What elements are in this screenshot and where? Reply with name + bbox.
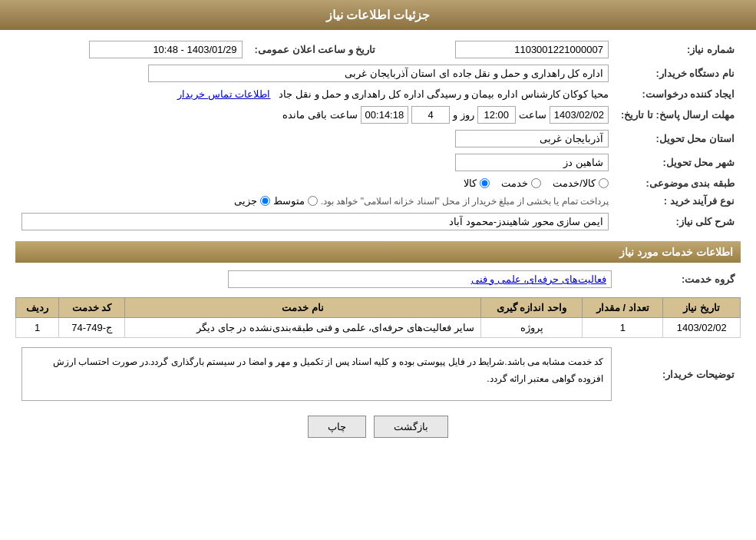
col-count: تعداد / مقدار <box>583 298 663 318</box>
tabaghe-label: طبقه بندی موضوعی: <box>615 174 741 192</box>
mohlat-time-label: ساعت <box>519 109 546 121</box>
shahr-box: شاهین دز <box>455 154 609 171</box>
noeFarayand-label: نوع فرآیند خرید : <box>615 192 741 210</box>
bazgasht-button[interactable]: بازگشت <box>374 416 448 438</box>
farayand-text: پرداخت تمام یا بخشی از مبلغ خریدار از مح… <box>321 196 609 207</box>
cell-unit: پروژه <box>480 318 583 338</box>
cell-count: 1 <box>583 318 663 338</box>
tabaghe-radio-group: کالا/خدمت خدمت کالا <box>21 177 609 189</box>
noeFarayand-row: پرداخت تمام یا بخشی از مبلغ خریدار از مح… <box>15 192 615 210</box>
radio-motavasset-item: متوسط <box>273 195 318 207</box>
radio-jozii[interactable] <box>260 196 270 206</box>
table-row: 1403/02/02 1 پروژه سایر فعالیت‌های حرفه‌… <box>16 318 741 338</box>
tarikh-box: 1403/01/29 - 10:48 <box>89 41 243 58</box>
toozihat-box: کد خدمت مشابه می باشد.شرایط در فایل پیوس… <box>21 347 612 401</box>
col-code: کد خدمت <box>59 298 125 318</box>
tarikh-value: 1403/01/29 - 10:48 <box>15 38 249 61</box>
col-name: نام خدمت <box>124 298 480 318</box>
radio-khedmat[interactable] <box>531 178 541 188</box>
mohlat-row: 1403/02/02 ساعت 12:00 روز و 4 00:14:18 <box>15 103 615 127</box>
toozihat-table: توضیحات خریدار: کد خدمت مشابه می باشد.شر… <box>15 344 741 404</box>
mohlat-baghimande-box: 00:14:18 <box>361 106 409 124</box>
shomareNiaz-box: 1103001221000007 <box>455 41 609 58</box>
sharh-value: ایمن سازی محور شاهیندز-محمود آباد <box>15 210 615 234</box>
mohlat-roz-label: روز و <box>453 109 474 121</box>
sharh-box: ایمن سازی محور شاهیندز-محمود آباد <box>21 213 609 230</box>
mohlat-baghimande-label: ساعت باقی مانده <box>282 109 357 121</box>
ostan-value: آذربایجان غربی <box>381 127 615 151</box>
ijaadKoonande-value: محیا کوکان کارشناس اداره بیمان و رسیدگی … <box>15 85 615 103</box>
shomareNiaz-value: 1103001221000007 <box>381 38 615 61</box>
cell-radif: 1 <box>16 318 59 338</box>
mohlat-time-box: 12:00 <box>477 106 516 124</box>
ijaadKoonande-text: محیا کوکان کارشناس اداره بیمان و رسیدگی … <box>279 88 609 100</box>
sharh-label: شرح کلی نیاز: <box>615 210 741 234</box>
col-date: تاریخ نیاز <box>663 298 741 318</box>
radio-jozii-item: جزیی <box>234 195 270 207</box>
col-radif: ردیف <box>16 298 59 318</box>
tarikh-label: تاریخ و ساعت اعلان عمومی: <box>249 38 382 61</box>
namDastgah-box: اداره کل راهداری و حمل و نقل جاده ای است… <box>148 65 609 82</box>
mohlat-roz-box: 4 <box>411 106 450 124</box>
shahr-label: شهر محل تحویل: <box>615 151 741 174</box>
shomareNiaz-label: شماره نیاز: <box>615 38 741 61</box>
radio-kala-item: کالا <box>464 177 490 189</box>
page-title: جزئیات اطلاعات نیاز <box>326 8 431 22</box>
groheKhedmat-value: فعالیت‌های حرفه‌ای، علمی و فنی <box>15 267 618 291</box>
cell-date: 1403/02/02 <box>663 318 741 338</box>
info-table: شماره نیاز: 1103001221000007 تاریخ و ساع… <box>15 38 741 234</box>
groheKhedmat-box: فعالیت‌های حرفه‌ای، علمی و فنی <box>228 270 612 288</box>
toozihat-label: توضیحات خریدار: <box>618 344 741 404</box>
ijaadKoonande-label: ایجاد کننده درخواست: <box>615 85 741 103</box>
radio-kala-khedmat-item: کالا/خدمت <box>553 177 609 189</box>
mohlat-date-box: 1403/02/02 <box>550 106 609 124</box>
col-unit: واحد اندازه گیری <box>480 298 583 318</box>
mohlat-flex: 1403/02/02 ساعت 12:00 روز و 4 00:14:18 <box>21 106 609 124</box>
cell-name: سایر فعالیت‌های حرفه‌ای، علمی و فنی طبقه… <box>124 318 480 338</box>
button-row: بازگشت چاپ <box>15 416 741 438</box>
namDastgah-label: نام دستگاه خریدار: <box>615 61 741 85</box>
namDastgah-value: اداره کل راهداری و حمل و نقل جاده ای است… <box>15 61 615 85</box>
page-header: جزئیات اطلاعات نیاز <box>0 0 756 30</box>
toozihat-value: کد خدمت مشابه می باشد.شرایط در فایل پیوس… <box>15 344 618 404</box>
radio-motavasset[interactable] <box>308 196 318 206</box>
radio-khedmat-item: خدمت <box>501 177 541 189</box>
ostan-box: آذربایجان غربی <box>455 130 609 147</box>
grohe-table: گروه خدمت: فعالیت‌های حرفه‌ای، علمی و فن… <box>15 267 741 291</box>
mohlat-label: مهلت ارسال پاسخ: تا تاریخ: <box>615 103 741 127</box>
chap-button[interactable]: چاپ <box>308 416 366 438</box>
cell-code: ج-749-74 <box>59 318 125 338</box>
section2-header: اطلاعات خدمات مورد نیاز <box>15 241 741 263</box>
groheKhedmat-label: گروه خدمت: <box>618 267 741 291</box>
shahr-value: شاهین دز <box>381 151 615 174</box>
radio-kala-khedmat[interactable] <box>599 178 609 188</box>
services-table: تاریخ نیاز تعداد / مقدار واحد اندازه گیر… <box>15 297 741 338</box>
farayand-flex: پرداخت تمام یا بخشی از مبلغ خریدار از مح… <box>21 195 609 207</box>
radio-kala[interactable] <box>480 178 490 188</box>
ijaadKoonande-link[interactable]: اطلاعات تماس خریدار <box>177 88 270 100</box>
ostan-label: استان محل تحویل: <box>615 127 741 151</box>
page-wrapper: جزئیات اطلاعات نیاز شماره نیاز: 11030012… <box>0 0 756 540</box>
main-content: شماره نیاز: 1103001221000007 تاریخ و ساع… <box>0 30 756 457</box>
tabaghe-radios: کالا/خدمت خدمت کالا <box>15 174 615 192</box>
